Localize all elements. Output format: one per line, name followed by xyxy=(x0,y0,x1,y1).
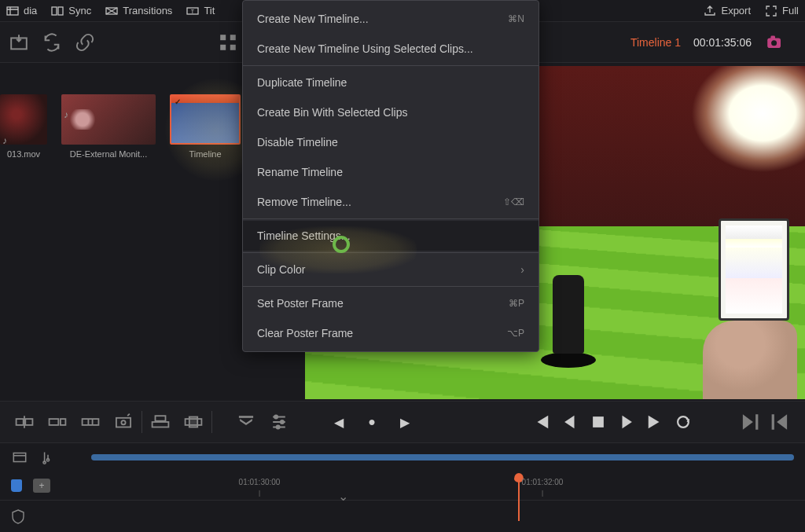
add-track-button[interactable]: + xyxy=(33,479,50,493)
timeline-header-row xyxy=(0,443,805,471)
link-tool-icon[interactable] xyxy=(74,31,96,53)
smart-insert-icon[interactable] xyxy=(14,412,35,432)
clip-label: 013.mov xyxy=(7,149,40,159)
fullscreen-icon xyxy=(765,5,777,17)
ruler-tick: 01:01:32:00 xyxy=(522,478,564,486)
close-up-icon[interactable] xyxy=(113,412,134,432)
svg-rect-7 xyxy=(220,35,226,40)
timeline-ruler-row[interactable]: + 01:01:30:00 ⌄ 01:01:32:00 xyxy=(0,471,805,500)
media-label: dia xyxy=(24,5,37,17)
svg-point-28 xyxy=(281,420,284,424)
play-icon[interactable] xyxy=(618,413,635,431)
go-start-icon[interactable] xyxy=(533,413,550,431)
menu-separator xyxy=(243,286,539,287)
svg-rect-15 xyxy=(17,419,24,425)
stop-icon[interactable] xyxy=(590,413,607,431)
append-icon[interactable] xyxy=(47,412,68,432)
loop-icon[interactable] xyxy=(675,413,692,431)
svg-rect-31 xyxy=(13,453,25,462)
reverse-play-icon[interactable] xyxy=(561,413,579,431)
place-on-top-icon[interactable] xyxy=(150,412,171,432)
full-screen-button[interactable]: Full xyxy=(765,5,799,17)
menu-timeline-settings[interactable]: Timeline Settings... xyxy=(243,221,539,251)
lock-track-icon[interactable] xyxy=(11,508,25,524)
svg-point-29 xyxy=(277,426,280,429)
ripple-overwrite-icon[interactable] xyxy=(80,412,101,432)
svg-rect-10 xyxy=(230,44,236,50)
transitions-label: Transitions xyxy=(123,5,172,17)
menu-remove-timeline[interactable]: Remove Timeline... ⇧⌫ xyxy=(243,187,539,217)
media-clip[interactable]: 013.mov xyxy=(0,94,47,159)
menu-clear-poster-frame[interactable]: Clear Poster Frame ⌥P xyxy=(243,318,539,348)
audio-track-icon[interactable] xyxy=(39,449,57,466)
timeline-panel: + 01:01:30:00 ⌄ 01:01:32:00 xyxy=(0,443,805,532)
media-clip-timeline[interactable]: Timeline xyxy=(170,94,241,159)
svg-rect-22 xyxy=(153,422,169,427)
svg-rect-23 xyxy=(156,416,166,421)
sync-icon xyxy=(51,5,64,17)
media-icon xyxy=(6,5,19,17)
svg-rect-20 xyxy=(116,418,130,427)
export-button[interactable]: Export xyxy=(704,5,751,17)
next-clip-icon[interactable] xyxy=(739,412,759,432)
grid-view-icon[interactable] xyxy=(217,31,239,53)
menu-set-poster-frame[interactable]: Set Poster Frame ⌘P xyxy=(243,288,539,318)
source-overwrite-icon[interactable] xyxy=(183,412,204,432)
viewer-timeline-title[interactable]: Timeline 1 xyxy=(630,36,681,49)
svg-text:T: T xyxy=(191,9,195,14)
menu-create-new-timeline[interactable]: Create New Timeline... ⌘N xyxy=(243,4,539,34)
sliders-icon[interactable] xyxy=(269,412,289,432)
timeline-track-row[interactable] xyxy=(0,500,805,532)
svg-rect-18 xyxy=(61,419,66,425)
menu-separator xyxy=(243,218,539,219)
viewer-timecode[interactable]: 00:01:35:06 xyxy=(693,36,752,49)
svg-point-33 xyxy=(46,459,49,461)
scrollbar-thumb[interactable] xyxy=(91,454,794,460)
media-tab[interactable]: dia xyxy=(6,5,37,17)
sync-label: Sync xyxy=(68,5,91,17)
playhead-prev-icon[interactable]: ◀ xyxy=(329,412,349,432)
media-clip[interactable]: DE-External Monit... xyxy=(61,94,156,159)
timeline-scrollbar[interactable] xyxy=(91,454,794,460)
import-tool-icon[interactable] xyxy=(8,31,30,53)
menu-clip-color[interactable]: Clip Color › xyxy=(243,255,539,284)
svg-rect-9 xyxy=(220,44,226,50)
svg-rect-25 xyxy=(189,417,197,427)
shortcut-label: ⌥P xyxy=(507,328,524,339)
menu-create-new-timeline-selected[interactable]: Create New Timeline Using Selected Clips… xyxy=(243,34,539,64)
shortcut-label: ⌘N xyxy=(508,13,524,24)
transitions-tab[interactable]: Transitions xyxy=(105,5,172,17)
titles-icon: T xyxy=(186,5,199,17)
track-color-tag[interactable] xyxy=(11,479,22,492)
video-track-icon[interactable] xyxy=(11,449,28,466)
svg-rect-2 xyxy=(58,7,63,15)
chevron-down-icon[interactable]: ⌄ xyxy=(338,489,348,504)
sync-tab[interactable]: Sync xyxy=(51,5,91,17)
svg-point-27 xyxy=(274,416,278,419)
edit-toolbar: ◀ ● ▶ xyxy=(0,401,805,443)
playhead-next-icon[interactable]: ▶ xyxy=(395,412,415,432)
menu-separator xyxy=(243,65,539,66)
full-label: Full xyxy=(782,5,799,17)
svg-point-21 xyxy=(121,420,125,424)
clip-thumbnail xyxy=(61,94,156,145)
svg-point-13 xyxy=(771,40,777,46)
camera-bypass-icon[interactable] xyxy=(764,31,786,53)
menu-duplicate-timeline[interactable]: Duplicate Timeline xyxy=(243,68,539,97)
tools-dropdown-icon[interactable] xyxy=(236,412,256,432)
menu-create-bin[interactable]: Create Bin With Selected Clips xyxy=(243,97,539,127)
playhead-marker-icon[interactable]: ● xyxy=(362,412,382,432)
svg-rect-16 xyxy=(25,419,32,425)
sync-tool-icon[interactable] xyxy=(41,31,63,53)
timeline-context-menu: Create New Timeline... ⌘N Create New Tim… xyxy=(242,0,539,352)
titles-tab[interactable]: T Tit xyxy=(186,5,215,17)
timeline-ruler[interactable]: 01:01:30:00 ⌄ 01:01:32:00 xyxy=(94,471,805,500)
svg-rect-0 xyxy=(7,7,18,15)
clip-thumbnail-timeline xyxy=(170,94,241,145)
svg-rect-1 xyxy=(52,7,57,15)
menu-rename-timeline[interactable]: Rename Timeline xyxy=(243,157,539,187)
go-end-icon[interactable] xyxy=(646,413,663,431)
prev-clip-icon[interactable] xyxy=(770,412,791,432)
svg-rect-17 xyxy=(50,419,59,425)
menu-disable-timeline[interactable]: Disable Timeline xyxy=(243,127,539,157)
